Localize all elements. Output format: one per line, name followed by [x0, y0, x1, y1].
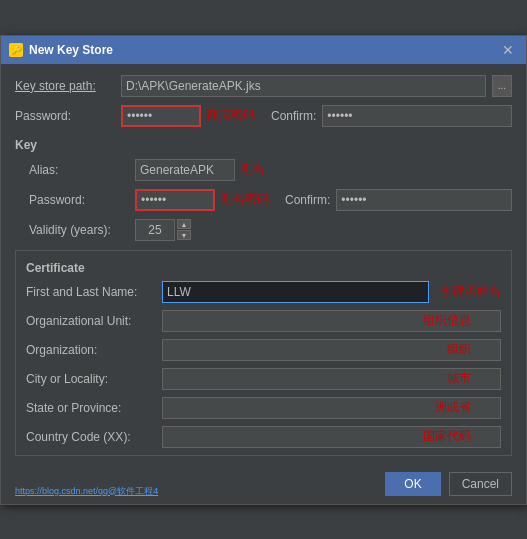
spinner-buttons: ▲ ▼: [177, 219, 191, 240]
firstname-hint: 创建者姓名: [441, 283, 501, 300]
validity-label: Validity (years):: [29, 223, 129, 237]
close-button[interactable]: ✕: [498, 43, 518, 57]
alias-input[interactable]: [135, 159, 235, 181]
alias-label: Alias:: [29, 163, 129, 177]
key-password-input[interactable]: [135, 189, 215, 211]
firstname-row: First and Last Name: 创建者姓名: [26, 280, 501, 304]
key-password-label: Password:: [29, 193, 129, 207]
cancel-button[interactable]: Cancel: [449, 472, 512, 496]
country-row: Country Code (XX): 国家代码: [26, 425, 501, 449]
city-hint: 城市: [447, 370, 471, 387]
key-section-label: Key: [15, 138, 512, 152]
certificate-section-label: Certificate: [26, 261, 501, 275]
org-row: Organization: 组织: [26, 338, 501, 362]
alias-row: Alias: 别名: [15, 158, 512, 182]
city-row: City or Locality: 城市: [26, 367, 501, 391]
city-label: City or Locality:: [26, 372, 156, 386]
key-password-row: Password: 别名密码 Confirm:: [15, 188, 512, 212]
country-label: Country Code (XX):: [26, 430, 156, 444]
dialog-body: Key store path: ... Password: 商店密码 Confi…: [1, 64, 526, 466]
validity-input[interactable]: [135, 219, 175, 241]
ok-button[interactable]: OK: [385, 472, 440, 496]
key-confirm-input[interactable]: [336, 189, 512, 211]
firstname-label: First and Last Name:: [26, 285, 156, 299]
validity-spinner: ▲ ▼: [135, 219, 191, 241]
browse-button[interactable]: ...: [492, 75, 512, 97]
org-hint: 组织: [447, 341, 471, 358]
title-bar-left: 🔑 New Key Store: [9, 43, 113, 57]
dialog-title: New Key Store: [29, 43, 113, 57]
key-password-hint: 别名密码: [221, 191, 269, 208]
dialog-icon: 🔑: [9, 43, 23, 57]
org-unit-row: Organizational Unit: 组织信息: [26, 309, 501, 333]
new-key-store-dialog: 🔑 New Key Store ✕ Key store path: ... Pa…: [0, 35, 527, 505]
keystore-password-input[interactable]: [121, 105, 201, 127]
org-label: Organization:: [26, 343, 156, 357]
firstname-input[interactable]: [162, 281, 429, 303]
keystore-confirm-label: Confirm:: [271, 109, 316, 123]
spinner-down-button[interactable]: ▼: [177, 230, 191, 240]
alias-hint: 别名: [241, 161, 265, 178]
state-row: State or Province: 洲或省: [26, 396, 501, 420]
validity-row: Validity (years): ▲ ▼: [15, 218, 512, 242]
keystore-path-input[interactable]: [121, 75, 486, 97]
footer-url: https://blog.csdn.net/qq@软件工程4: [15, 485, 158, 498]
spinner-up-button[interactable]: ▲: [177, 219, 191, 229]
keystore-password-hint: 商店密码: [207, 107, 255, 124]
certificate-section: Certificate First and Last Name: 创建者姓名 O…: [15, 250, 512, 456]
org-unit-hint: 组织信息: [423, 312, 471, 329]
keystore-password-label: Password:: [15, 109, 115, 123]
key-confirm-label: Confirm:: [285, 193, 330, 207]
keystore-confirm-input[interactable]: [322, 105, 512, 127]
title-bar: 🔑 New Key Store ✕: [1, 36, 526, 64]
state-hint: 洲或省: [435, 399, 471, 416]
keystore-password-row: Password: 商店密码 Confirm:: [15, 104, 512, 128]
country-hint: 国家代码: [423, 428, 471, 445]
org-unit-label: Organizational Unit:: [26, 314, 156, 328]
keystore-path-row: Key store path: ...: [15, 74, 512, 98]
keystore-path-label: Key store path:: [15, 79, 115, 93]
state-label: State or Province:: [26, 401, 156, 415]
dialog-footer: https://blog.csdn.net/qq@软件工程4 OK Cancel: [1, 466, 526, 504]
